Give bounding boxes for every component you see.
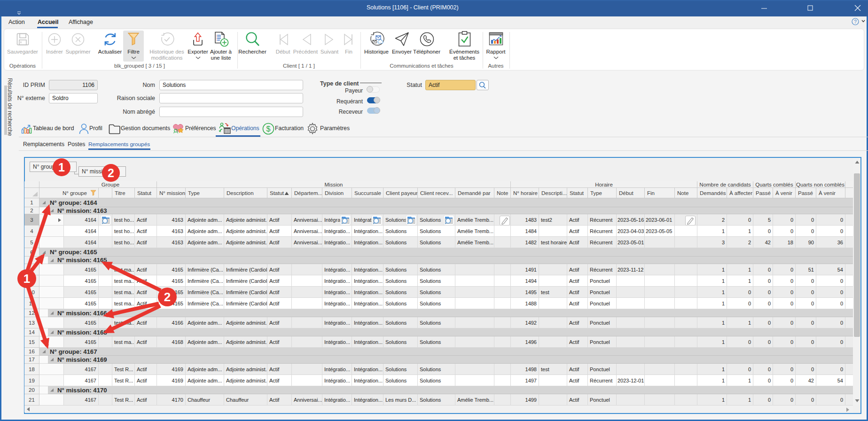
svg-text:2: 2 (108, 166, 114, 179)
svg-text:1: 1 (58, 161, 65, 174)
svg-text:1: 1 (23, 272, 30, 286)
svg-text:2: 2 (164, 290, 171, 304)
